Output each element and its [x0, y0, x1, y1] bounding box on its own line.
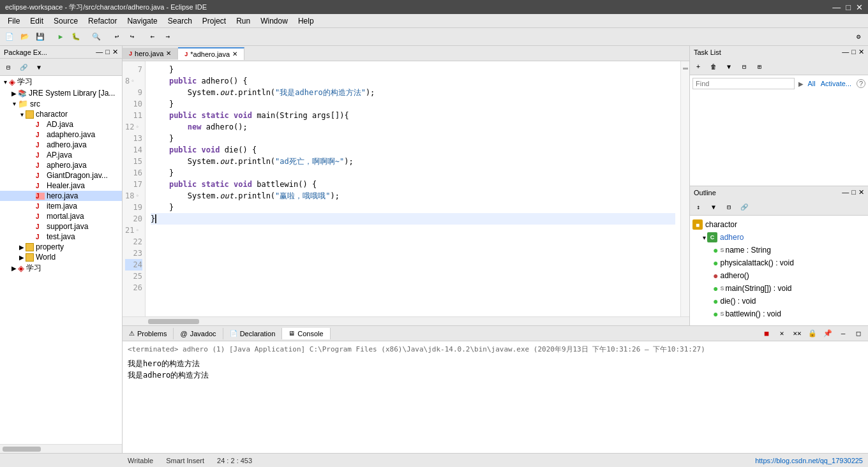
outline-filter[interactable]: ▼ [707, 200, 721, 214]
tree-item-healer-java[interactable]: J Healer.java [0, 181, 122, 191]
outline-adhero[interactable]: ▾ C adhero [692, 231, 865, 244]
tab-problems[interactable]: ⚠ Problems [123, 328, 174, 339]
outline-close[interactable]: ✕ [858, 188, 864, 196]
toolbar-back[interactable]: ← [146, 30, 160, 44]
task-delete[interactable]: 🗑 [707, 59, 721, 73]
pkg-maximize-btn[interactable]: □ [105, 48, 110, 56]
task-maximize[interactable]: □ [851, 48, 856, 56]
console-scroll-lock[interactable]: 🔒 [805, 327, 819, 341]
outline-sort[interactable]: ↕ [691, 200, 705, 214]
outline-physicalattack[interactable]: ● physicalattack() : void [692, 256, 865, 269]
tab-console[interactable]: 🖥 Console [282, 328, 330, 339]
toolbar-undo[interactable]: ↩ [110, 30, 124, 44]
toolbar-search[interactable]: 🔍 [89, 30, 103, 44]
toolbar-open[interactable]: 📂 [18, 30, 32, 44]
console-pin[interactable]: 📌 [821, 327, 835, 341]
tree-item-mortal-java[interactable]: J mortal.java [0, 211, 122, 221]
tree-item-AD-java[interactable]: J AD.java [0, 119, 122, 130]
code-line-7: } [151, 64, 675, 75]
console-remove-all[interactable]: ✕✕ [790, 327, 804, 341]
all-label[interactable]: All [807, 80, 815, 87]
tab-close-hero[interactable]: ✕ [166, 50, 171, 57]
tree-item-giantdragon-java[interactable]: J GiantDragon.jav... [0, 170, 122, 181]
tab-javadoc[interactable]: @ Javadoc [174, 328, 223, 339]
outline-name-field[interactable]: ● S name : String [692, 244, 865, 256]
task-new[interactable]: + [691, 59, 705, 73]
pkg-collapse-all[interactable]: ⊟ [1, 60, 15, 74]
tree-item-item-java[interactable]: J item.java [0, 201, 122, 211]
tree-item-project2[interactable]: ▶ ◈ 学习 [0, 262, 122, 274]
close-button[interactable]: ✕ [856, 3, 863, 12]
tab-close-adhero[interactable]: ✕ [232, 50, 237, 57]
tree-item-property[interactable]: ▶ property [0, 242, 122, 252]
tree-item-charactor[interactable]: ▾ charactor [0, 109, 122, 119]
tree-item-support-java[interactable]: J support.java [0, 221, 122, 232]
code-content[interactable]: } public adhero() { System.out.println("… [146, 61, 680, 316]
console-maximize[interactable]: □ [851, 327, 865, 341]
menu-search[interactable]: Search [163, 15, 197, 27]
menu-project[interactable]: Project [197, 15, 231, 27]
tree-item-world[interactable]: ▶ World [0, 252, 122, 262]
menu-run[interactable]: Run [231, 15, 255, 27]
outline-battlewin[interactable]: ● S battlewin() : void [692, 308, 865, 320]
tree-item-adaphero-java[interactable]: J adaphero.java [0, 130, 122, 140]
outline-charactor[interactable]: ■ charactor [692, 218, 865, 231]
activate-label[interactable]: Activate... [821, 80, 851, 87]
outline-constructor[interactable]: ● adhero() [692, 269, 865, 282]
menu-file[interactable]: File [3, 15, 25, 27]
pkg-close-btn[interactable]: ✕ [112, 48, 118, 56]
outline-die[interactable]: ● die() : void [692, 295, 865, 308]
outline-main[interactable]: ● S main(String[]) : void [692, 282, 865, 295]
tree-item-adhero-java[interactable]: J adhero.java [0, 140, 122, 150]
menu-help[interactable]: Help [293, 15, 319, 27]
outline-maximize[interactable]: □ [851, 188, 856, 196]
outline-minimize[interactable]: — [842, 188, 849, 196]
toolbar-debug[interactable]: 🐛 [69, 30, 83, 44]
tree-item-aphero-java[interactable]: J aphero.java [0, 160, 122, 170]
toolbar-forward[interactable]: → [161, 30, 175, 44]
menu-window[interactable]: Window [255, 15, 293, 27]
tree-item-project-学习[interactable]: ▾ ◈ 学习 [0, 76, 122, 88]
console-terminate[interactable]: ■ [760, 327, 774, 341]
tab-label: Problems [137, 330, 167, 337]
tree-item-hero-java[interactable]: J hero.java [0, 191, 122, 201]
scrollbar-thumb[interactable] [3, 447, 41, 452]
toolbar-redo[interactable]: ↪ [125, 30, 139, 44]
tab-hero-java[interactable]: J hero.java ✕ [123, 48, 178, 59]
find-arrow[interactable]: ▶ [797, 79, 805, 89]
outline-link[interactable]: 🔗 [737, 200, 751, 214]
menu-edit[interactable]: Edit [25, 15, 49, 27]
pkg-link-editor[interactable]: 🔗 [17, 60, 31, 74]
outline-collapse[interactable]: ⊟ [722, 200, 736, 214]
statusbar-link[interactable]: https://blog.csdn.net/qq_17930225 [750, 457, 868, 464]
menu-refactor[interactable]: Refactor [83, 15, 122, 27]
toolbar-new[interactable]: 📄 [3, 30, 17, 44]
task-filter[interactable]: ▼ [722, 59, 736, 73]
task-find-input[interactable] [692, 78, 795, 89]
pkg-view-menu[interactable]: ▼ [32, 60, 46, 74]
minimize-button[interactable]: — [832, 3, 841, 12]
menu-navigate[interactable]: Navigate [122, 15, 162, 27]
tab-adhero-java[interactable]: J *adhero.java ✕ [178, 47, 244, 60]
menu-source[interactable]: Source [49, 15, 83, 27]
tree-item-src[interactable]: ▾ 📁 src [0, 98, 122, 109]
task-close[interactable]: ✕ [858, 48, 864, 56]
editor-hscrollbar[interactable] [123, 316, 689, 325]
tree-item-AP-java[interactable]: J AP.java [0, 150, 122, 160]
task-collapse[interactable]: ⊟ [737, 59, 751, 73]
hscrollbar-thumb[interactable] [148, 319, 199, 324]
toolbar-run[interactable]: ▶ [54, 30, 68, 44]
tree-item-test-java[interactable]: J test.java [0, 232, 122, 242]
maximize-button[interactable]: □ [846, 3, 851, 12]
console-remove[interactable]: ✕ [775, 327, 789, 341]
toolbar-settings[interactable]: ⚙ [851, 30, 865, 44]
toolbar-save[interactable]: 💾 [33, 30, 47, 44]
task-expand[interactable]: ⊞ [752, 59, 767, 73]
help-icon[interactable]: ? [857, 79, 865, 88]
tab-declaration[interactable]: 📄 Declaration [223, 328, 283, 339]
pkg-horizontal-scrollbar[interactable] [0, 444, 122, 453]
pkg-minimize-btn[interactable]: — [96, 48, 103, 56]
console-minimize[interactable]: — [836, 327, 850, 341]
tree-item-jre[interactable]: ▶ 📚 JRE System Library [Ja... [0, 88, 122, 98]
task-minimize[interactable]: — [842, 48, 849, 56]
